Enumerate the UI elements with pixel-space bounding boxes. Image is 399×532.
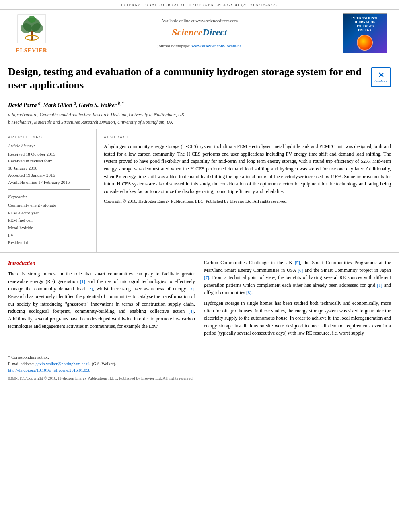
body-two-col: Introduction There is strong interest in… bbox=[8, 259, 391, 340]
history-online: Available online 17 February 2016 bbox=[8, 179, 90, 186]
ref-1-link[interactable]: [1] bbox=[80, 279, 85, 284]
abstract-column: ABSTRACT A hydrogen community energy sto… bbox=[97, 129, 391, 252]
keyword-3: PEM fuel cell bbox=[8, 216, 90, 224]
crossmark-icon: ✕ bbox=[378, 72, 384, 79]
introduction-heading: Introduction bbox=[8, 259, 195, 267]
journal-cover-image: International Journal ofHYDROGENENERGY bbox=[343, 13, 387, 53]
article-info-abstract-section: ARTICLE INFO Article history: Received 1… bbox=[0, 129, 399, 253]
svg-point-5 bbox=[28, 16, 36, 23]
issn-copyright: 0360-3199/Copyright © 2016, Hydrogen Ene… bbox=[8, 376, 391, 381]
journal-homepage: journal homepage: www.elsevier.com/locat… bbox=[158, 43, 242, 49]
cover-title-text: International Journal ofHYDROGENENERGY bbox=[346, 16, 384, 32]
article-title: Design, testing and evaluation of a comm… bbox=[8, 66, 367, 92]
intro-paragraph-3: Hydrogen storage in single homes has bee… bbox=[204, 300, 391, 337]
affiliation-a: a Infrastructure, Geomatics and Architec… bbox=[8, 111, 391, 118]
history-revised-date: 18 January 2016 bbox=[8, 165, 90, 172]
intro-paragraph-2: Carbon Communities Challenge in the UK [… bbox=[204, 259, 391, 296]
article-info-column: ARTICLE INFO Article history: Received 1… bbox=[8, 129, 97, 252]
corresponding-author-note: * Corresponding author. bbox=[8, 354, 391, 361]
elsevier-logo-area: ELSEVIER bbox=[8, 13, 60, 55]
intro-paragraph-1: There is strong interest in the role tha… bbox=[8, 270, 195, 330]
keyword-6: Residential bbox=[8, 239, 90, 246]
history-revised-label: Received in revised form bbox=[8, 158, 90, 165]
history-accepted: Accepted 19 January 2016 bbox=[8, 172, 90, 179]
center-header: Available online at www.sciencedirect.co… bbox=[64, 13, 335, 55]
ref-6-link[interactable]: [6] bbox=[298, 268, 303, 273]
copyright-text: Copyright © 2016, Hydrogen Energy Public… bbox=[104, 198, 391, 204]
ref-5-link[interactable]: [5] bbox=[295, 260, 300, 265]
keywords-label: Keywords: bbox=[8, 194, 90, 200]
ref-7-link[interactable]: [7] bbox=[204, 275, 209, 280]
elsevier-logo-icon bbox=[16, 13, 48, 45]
abstract-text: A hydrogen community energy storage (H-C… bbox=[104, 143, 391, 195]
authors-section: David Parra a, Mark Gillott a, Gavin S. … bbox=[0, 96, 399, 129]
elsevier-brand-label: ELSEVIER bbox=[16, 47, 47, 55]
cover-decorative-circle bbox=[357, 35, 373, 51]
journal-homepage-link[interactable]: www.elsevier.com/locate/he bbox=[192, 43, 242, 48]
keyword-2: PEM electrolyser bbox=[8, 209, 90, 217]
email-link[interactable]: gavin.walker@nottingham.ac.uk bbox=[35, 362, 90, 366]
article-info-label: ARTICLE INFO bbox=[8, 135, 90, 140]
crossmark-badge[interactable]: ✕ CrossMark bbox=[371, 67, 391, 87]
right-header-cover: International Journal ofHYDROGENENERGY bbox=[339, 13, 391, 55]
ref-2-link[interactable]: [2] bbox=[88, 286, 93, 291]
crossmark-label: CrossMark bbox=[374, 80, 387, 83]
keyword-4: Metal hydride bbox=[8, 224, 90, 232]
doi-footnote: http://dx.doi.org/10.1016/j.ijhydene.201… bbox=[8, 367, 391, 374]
ref-3-link[interactable]: [3] bbox=[189, 286, 194, 291]
history-label: Article history: bbox=[8, 143, 90, 149]
journal-top-bar: INTERNATIONAL JOURNAL OF HYDROGEN ENERGY… bbox=[0, 0, 399, 10]
doi-link[interactable]: http://dx.doi.org/10.1016/j.ijhydene.201… bbox=[8, 368, 90, 372]
body-content: Introduction There is strong interest in… bbox=[0, 253, 399, 347]
article-title-section: Design, testing and evaluation of a comm… bbox=[0, 58, 399, 96]
sciencedirect-brand: ScienceDirect bbox=[172, 26, 227, 39]
available-online-text: Available online at www.sciencedirect.co… bbox=[161, 18, 238, 24]
ref-1b-link[interactable]: [1] bbox=[377, 283, 383, 288]
svg-point-3 bbox=[32, 23, 43, 33]
keyword-5: PV bbox=[8, 232, 90, 239]
body-left-column: Introduction There is strong interest in… bbox=[8, 259, 195, 340]
affiliation-b: b Mechanics, Materials and Structures Re… bbox=[8, 119, 391, 125]
email-footnote: E-mail address: gavin.walker@nottingham.… bbox=[8, 361, 391, 367]
history-keywords-divider bbox=[8, 189, 90, 190]
svg-point-2 bbox=[21, 23, 32, 33]
history-received: Received 18 October 2015 bbox=[8, 151, 90, 158]
ref-8-link[interactable]: [8] bbox=[246, 290, 251, 295]
abstract-label: ABSTRACT bbox=[104, 135, 391, 140]
ref-4-link[interactable]: [4] bbox=[189, 309, 194, 314]
header-section: ELSEVIER Available online at www.science… bbox=[0, 10, 399, 59]
footer-section: * Corresponding author. E-mail address: … bbox=[0, 351, 399, 384]
keyword-1: Community energy storage bbox=[8, 201, 90, 209]
body-right-column: Carbon Communities Challenge in the UK [… bbox=[204, 259, 391, 340]
authors-line: David Parra a, Mark Gillott a, Gavin S. … bbox=[8, 100, 391, 109]
